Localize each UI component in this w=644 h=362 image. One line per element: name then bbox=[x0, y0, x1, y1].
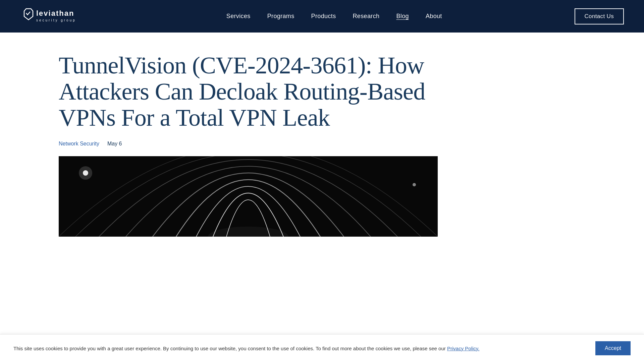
main-nav: Services Programs Products Research Blog… bbox=[226, 13, 442, 20]
cookie-text: This site uses cookies to provide you wi… bbox=[13, 346, 582, 351]
svg-text:security  group: security group bbox=[36, 18, 76, 22]
nav-about[interactable]: About bbox=[426, 13, 442, 20]
logo[interactable]: leviathan security group bbox=[20, 7, 94, 25]
svg-point-6 bbox=[79, 166, 92, 180]
site-header: leviathan security group Services Progra… bbox=[0, 0, 644, 33]
privacy-policy-link[interactable]: Privacy Policy. bbox=[447, 346, 479, 351]
main-content: TunnelVision (CVE-2024-3661): How Attack… bbox=[0, 33, 644, 237]
nav-research[interactable]: Research bbox=[353, 13, 380, 20]
hero-image bbox=[59, 156, 438, 237]
accept-cookies-button[interactable]: Accept bbox=[595, 341, 631, 355]
svg-rect-3 bbox=[59, 156, 438, 237]
svg-text:leviathan: leviathan bbox=[36, 9, 74, 17]
nav-programs[interactable]: Programs bbox=[267, 13, 294, 20]
nav-products[interactable]: Products bbox=[311, 13, 336, 20]
nav-blog[interactable]: Blog bbox=[396, 13, 409, 20]
article-tag[interactable]: Network Security bbox=[59, 141, 99, 147]
article-meta: Network Security May 6 bbox=[59, 141, 585, 147]
svg-point-7 bbox=[413, 183, 416, 186]
article-title: TunnelVision (CVE-2024-3661): How Attack… bbox=[59, 53, 461, 131]
logo-area[interactable]: leviathan security group bbox=[20, 7, 94, 25]
cookie-banner: This site uses cookies to provide you wi… bbox=[0, 334, 644, 362]
hero-image-svg bbox=[59, 156, 438, 237]
article-date: May 6 bbox=[107, 141, 122, 147]
contact-button[interactable]: Contact Us bbox=[575, 8, 624, 24]
nav-services[interactable]: Services bbox=[226, 13, 251, 20]
